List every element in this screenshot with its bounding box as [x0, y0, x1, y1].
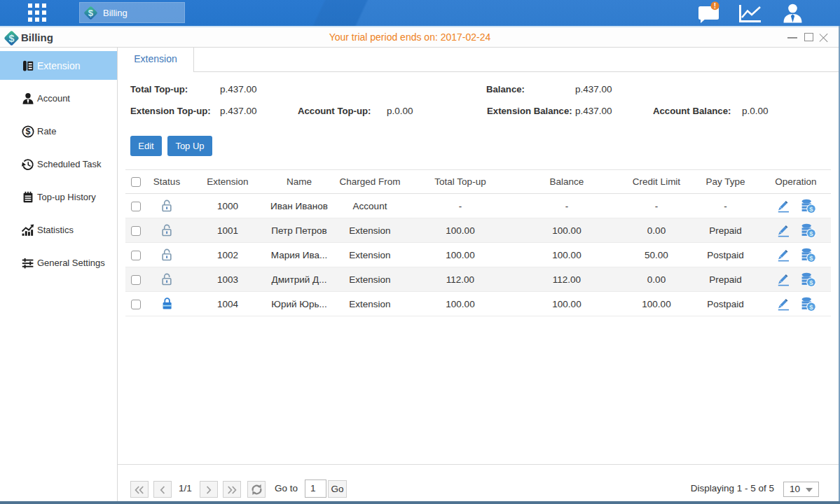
svg-text:$: $ [809, 279, 813, 286]
svg-text:$: $ [88, 8, 94, 18]
svg-text:!: ! [714, 2, 716, 10]
svg-text:$: $ [26, 127, 31, 136]
svg-text:$: $ [809, 303, 813, 311]
svg-text:$: $ [809, 230, 813, 237]
svg-text:$: $ [809, 205, 813, 213]
svg-text:$: $ [809, 254, 813, 262]
